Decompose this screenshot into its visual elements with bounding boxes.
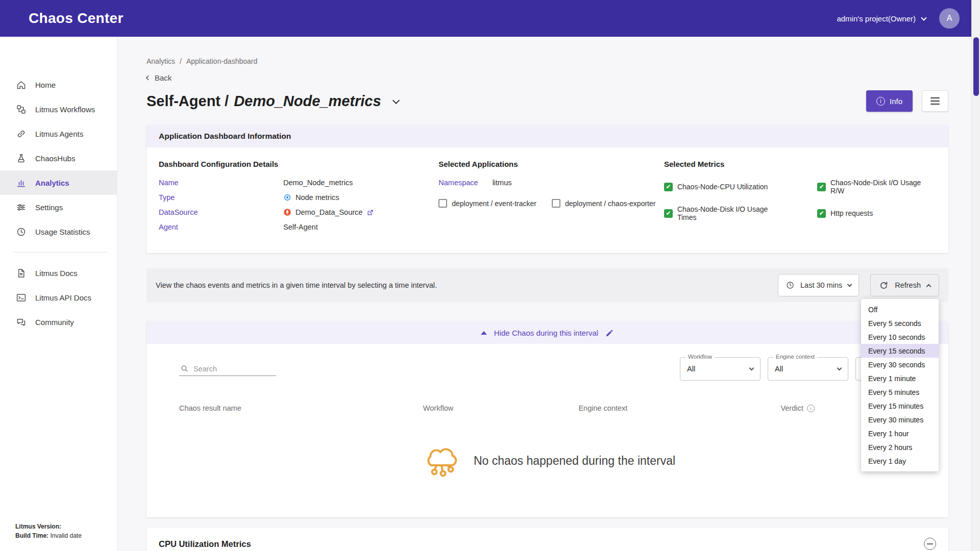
application-checkbox-event-tracker[interactable]: deployment / event-tracker: [438, 199, 536, 208]
application-label: deployment / event-tracker: [452, 199, 536, 208]
column-workflow: Workflow: [423, 404, 579, 412]
menu-item-every-2-hours[interactable]: Every 2 hours: [861, 440, 939, 454]
project-label: admin's project(Owner): [837, 14, 916, 23]
edit-pencil-icon[interactable]: [605, 329, 614, 337]
empty-message: No chaos happened during the interval: [474, 454, 675, 468]
menu-item-every-1-hour[interactable]: Every 1 hour: [861, 427, 939, 440]
metric-label: Chaos-Node-Disk I/O Usage R/W: [830, 179, 936, 195]
breadcrumb-application-dashboard[interactable]: Application-dashboard: [186, 57, 257, 65]
hamburger-icon: [930, 97, 940, 98]
bar-chart-icon: [15, 177, 27, 188]
metric-checkbox-http-requests[interactable]: ✔ Http requests: [817, 205, 936, 221]
config-label-agent: Agent: [159, 223, 283, 231]
hide-chaos-label: Hide Chaos during this interval: [494, 329, 598, 337]
config-label-type: Type: [159, 193, 283, 202]
breadcrumb-separator: /: [180, 57, 182, 65]
sidebar-item-label: Analytics: [35, 179, 69, 187]
chevron-down-icon: [837, 366, 842, 371]
project-switcher[interactable]: admin's project(Owner): [837, 14, 926, 23]
menu-item-every-30-seconds[interactable]: Every 30 seconds: [861, 358, 939, 371]
chevron-down-icon[interactable]: [393, 96, 400, 104]
document-icon: [15, 267, 27, 279]
sidebar-footer: Litmus Version: Build Time: Invalid date: [15, 522, 82, 541]
namespace-value: litmus: [493, 179, 512, 187]
page-title: Self-Agent / Demo_Node_metrics: [146, 93, 399, 110]
link-icon: [15, 128, 27, 139]
external-link-icon[interactable]: [366, 209, 374, 216]
back-button[interactable]: Back: [146, 73, 948, 82]
caret-up-icon: [481, 331, 487, 335]
home-icon: [15, 79, 27, 90]
sidebar-item-litmus-api-docs[interactable]: Litmus API Docs: [0, 285, 117, 310]
engine-context-filter-label: Engine context: [773, 354, 817, 360]
sidebar-item-litmus-workflows[interactable]: Litmus Workflows: [0, 97, 117, 121]
build-time-value: Invalid date: [48, 532, 82, 539]
sidebar-item-community[interactable]: Community: [0, 310, 117, 334]
search-icon: [180, 364, 189, 373]
menu-item-every-10-seconds[interactable]: Every 10 seconds: [861, 330, 939, 344]
cpu-metrics-card: CPU Utilization Metrics: [146, 528, 948, 551]
hide-chaos-toggle[interactable]: Hide Chaos during this interval: [146, 321, 948, 344]
sidebar-item-label: Litmus API Docs: [35, 293, 91, 302]
build-time-label: Build Time:: [15, 532, 48, 539]
scrollbar-track[interactable]: [971, 0, 980, 551]
checkbox-icon: [438, 199, 447, 208]
menu-item-every-1-day[interactable]: Every 1 day: [861, 454, 939, 468]
info-button[interactable]: i Info: [866, 90, 913, 112]
engine-context-filter-value: All: [775, 365, 783, 373]
collapse-section-icon[interactable]: [924, 538, 936, 550]
breadcrumb-analytics[interactable]: Analytics: [146, 57, 175, 65]
config-value-datasource: Demo_Data_Source: [296, 208, 362, 216]
refresh-dropdown-button[interactable]: Refresh Off Every 5 seconds Every 10 sec…: [870, 274, 939, 296]
application-checkbox-chaos-exporter[interactable]: deployment / chaos-exporter: [552, 199, 655, 208]
sidebar-item-analytics[interactable]: Analytics: [0, 170, 117, 195]
workflow-filter-select[interactable]: Workflow All: [680, 357, 761, 381]
time-range-select[interactable]: Last 30 mins: [778, 274, 859, 296]
refresh-icon: [879, 281, 889, 290]
menu-item-every-5-minutes[interactable]: Every 5 minutes: [861, 385, 939, 399]
menu-item-off[interactable]: Off: [861, 303, 939, 316]
page-title-dashboard-name: Demo_Node_metrics: [234, 93, 381, 110]
namespace-label: Namespace: [438, 179, 478, 187]
menu-item-every-15-seconds[interactable]: Every 15 seconds: [861, 344, 939, 358]
metric-checkbox-cpu-utilization[interactable]: ✔ Chaos-Node-CPU Utilization: [664, 179, 787, 195]
dashboard-info-card-title: Application Dashboard Information: [146, 125, 948, 147]
main-content: Analytics / Application-dashboard Back S…: [117, 37, 980, 551]
chevron-down-icon: [749, 366, 754, 371]
sidebar: Home Litmus Workflows Litmus Agents Chao…: [0, 37, 117, 551]
interval-description: View the chaos events and metrics in a g…: [156, 280, 437, 291]
sidebar-item-chaoshubs[interactable]: ChaosHubs: [0, 146, 117, 170]
sidebar-item-label: ChaosHubs: [35, 154, 75, 163]
verdict-info-icon[interactable]: i: [807, 405, 815, 412]
engine-context-filter-select[interactable]: Engine context All: [768, 357, 848, 381]
menu-item-every-5-seconds[interactable]: Every 5 seconds: [861, 316, 939, 330]
hamburger-menu-button[interactable]: [922, 90, 948, 112]
sidebar-item-settings[interactable]: Settings: [0, 195, 117, 219]
sidebar-item-litmus-agents[interactable]: Litmus Agents: [0, 121, 117, 146]
back-label: Back: [155, 73, 172, 82]
checkbox-checked-icon: ✔: [664, 209, 673, 218]
litmus-version-label: Litmus Version:: [15, 523, 61, 530]
workflow-filter-value: All: [687, 365, 695, 373]
clock-icon: [786, 281, 795, 290]
sidebar-item-label: Community: [35, 318, 74, 327]
app-title: Chaos Center: [29, 10, 124, 27]
menu-item-every-15-minutes[interactable]: Every 15 minutes: [861, 399, 939, 413]
sidebar-item-label: Litmus Docs: [35, 269, 78, 278]
refresh-interval-menu: Off Every 5 seconds Every 10 seconds Eve…: [861, 299, 939, 471]
sidebar-item-home[interactable]: Home: [0, 72, 117, 97]
menu-item-every-30-minutes[interactable]: Every 30 minutes: [861, 413, 939, 427]
config-label-datasource: DataSource: [159, 208, 283, 216]
sidebar-item-usage-statistics[interactable]: Usage Statistics: [0, 219, 117, 244]
metric-checkbox-disk-io-rw[interactable]: ✔ Chaos-Node-Disk I/O Usage R/W: [817, 179, 936, 195]
clock-icon: [15, 226, 27, 237]
sidebar-item-litmus-docs[interactable]: Litmus Docs: [0, 261, 117, 285]
menu-item-every-1-minute[interactable]: Every 1 minute: [861, 371, 939, 385]
info-icon: i: [876, 97, 885, 106]
scrollbar-thumb[interactable]: [973, 37, 979, 96]
search-input[interactable]: [193, 365, 275, 373]
avatar[interactable]: A: [939, 8, 960, 29]
sidebar-item-label: Settings: [35, 203, 63, 212]
metric-checkbox-disk-io-times[interactable]: ✔ Chaos-Node-Disk I/O Usage Times: [664, 205, 787, 221]
sidebar-item-label: Home: [35, 81, 56, 89]
